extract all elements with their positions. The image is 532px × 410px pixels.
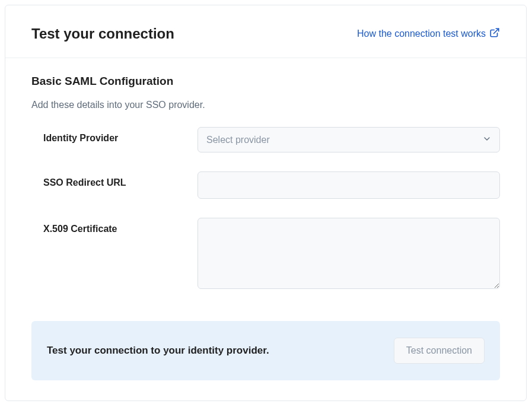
page-title: Test your connection [31, 26, 174, 42]
external-link-icon [489, 27, 500, 40]
test-connection-callout: Test your connection to your identity pr… [31, 321, 500, 380]
sso-redirect-url-row: SSO Redirect URL [31, 171, 500, 199]
basic-saml-section: Basic SAML Configuration Add these detai… [5, 58, 526, 316]
callout-text: Test your connection to your identity pr… [47, 345, 269, 357]
x509-certificate-textarea[interactable] [197, 218, 500, 289]
identity-provider-row: Identity Provider Select provider [31, 127, 500, 152]
identity-provider-select-wrap: Select provider [197, 127, 500, 152]
svg-line-0 [494, 28, 499, 33]
test-connection-button[interactable]: Test connection [394, 338, 485, 364]
help-link[interactable]: How the connection test works [357, 27, 500, 40]
help-link-text: How the connection test works [357, 28, 486, 39]
x509-certificate-label: X.509 Certificate [43, 218, 197, 234]
section-title: Basic SAML Configuration [31, 75, 500, 88]
identity-provider-label: Identity Provider [43, 127, 197, 144]
connection-card: Test your connection How the connection … [5, 5, 527, 401]
identity-provider-select[interactable]: Select provider [197, 127, 500, 152]
card-header: Test your connection How the connection … [5, 5, 526, 58]
sso-redirect-url-input[interactable] [197, 171, 500, 199]
x509-certificate-row: X.509 Certificate [31, 218, 500, 291]
sso-redirect-url-label: SSO Redirect URL [43, 171, 197, 188]
section-description: Add these details into your SSO provider… [31, 100, 500, 110]
